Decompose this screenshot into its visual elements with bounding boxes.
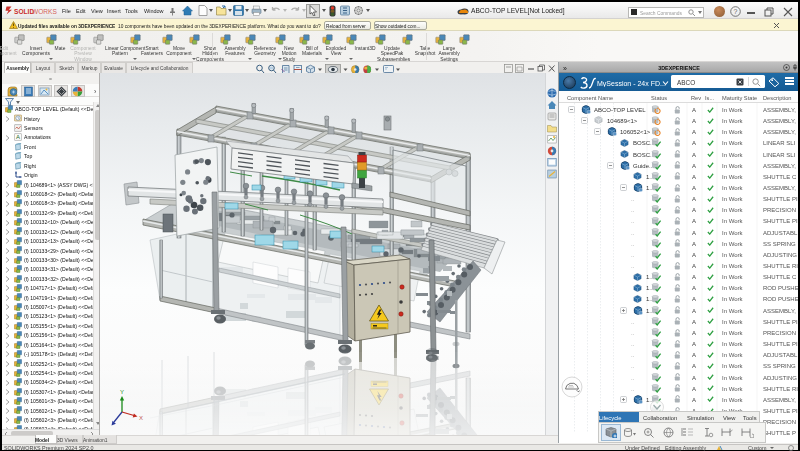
svg-text:WORKS: WORKS [32, 8, 58, 15]
svg-text:X: X [139, 415, 143, 421]
svg-text:A: A [16, 134, 20, 140]
svg-text:?: ? [734, 8, 738, 15]
svg-text:Y: Y [120, 389, 124, 395]
